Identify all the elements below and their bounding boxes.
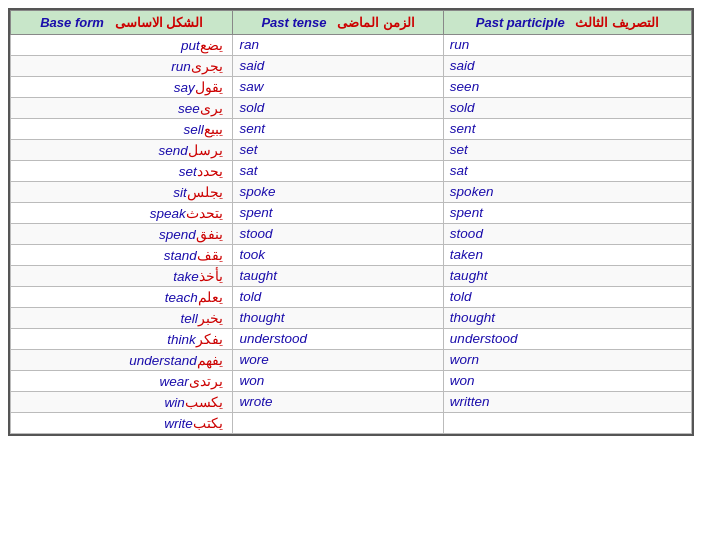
past-cell: spoke [233,182,443,203]
past-cell: sent [233,119,443,140]
pp-cell: sat [443,161,691,182]
table-row: think يفكرunderstoodunderstood [11,329,692,350]
past-cell: told [233,287,443,308]
base-cell: understand يفهم [11,350,233,371]
header-pp-ar: التصريف الثالث [575,15,659,30]
header-base-ar: الشكل الاساسى [115,15,204,30]
base-english: see [178,101,200,116]
base-cell: send يرسل [11,140,233,161]
table-row: stand يقفtooktaken [11,245,692,266]
past-cell: sold [233,98,443,119]
base-cell: write يكتب [11,413,233,434]
pp-cell: run [443,35,691,56]
base-english: put [181,38,200,53]
base-cell: run يجرى [11,56,233,77]
past-cell: taught [233,266,443,287]
base-cell: take يأخذ [11,266,233,287]
header-past-ar: الزمن الماضى [337,15,415,30]
base-english: send [158,143,187,158]
pp-cell: taken [443,245,691,266]
pp-cell: said [443,56,691,77]
table-row: run يجرىsaidsaid [11,56,692,77]
past-cell: took [233,245,443,266]
base-english: write [164,416,193,431]
table-row: win يكسبwrotewritten [11,392,692,413]
pp-cell: spoken [443,182,691,203]
base-arabic: يجلس [187,185,227,200]
past-cell: stood [233,224,443,245]
verb-table: Base form الشكل الاساسى Past tense الزمن… [8,8,694,436]
base-english: win [164,395,184,410]
base-cell: speak يتحدث [11,203,233,224]
table-row: sell يبيعsentsent [11,119,692,140]
past-cell: sat [233,161,443,182]
base-english: sell [183,122,203,137]
table-row: put يضعranrun [11,35,692,56]
base-arabic: يعلم [198,290,227,305]
base-english: speak [150,206,186,221]
base-arabic: يقول [195,80,227,95]
table-row: set يحددsatsat [11,161,692,182]
base-arabic: يبيع [204,122,227,137]
base-english: spend [159,227,196,242]
pp-cell: worn [443,350,691,371]
table-row: take يأخذtaughttaught [11,266,692,287]
base-english: sit [173,185,187,200]
base-cell: think يفكر [11,329,233,350]
table-row: understand يفهمworeworn [11,350,692,371]
table-row: wear يرتدىwonwon [11,371,692,392]
table-row: sit يجلسspokespoken [11,182,692,203]
base-english: stand [164,248,197,263]
pp-cell: spent [443,203,691,224]
header-past-en: Past tense [261,15,326,30]
base-arabic: ينفق [196,227,227,242]
pp-cell: written [443,392,691,413]
base-english: understand [129,353,197,368]
past-cell: saw [233,77,443,98]
base-cell: tell يخبر [11,308,233,329]
base-arabic: يفهم [197,353,227,368]
base-cell: wear يرتدى [11,371,233,392]
pp-cell [443,413,691,434]
base-arabic: يرتدى [189,374,227,389]
pp-cell: seen [443,77,691,98]
pp-cell: sent [443,119,691,140]
base-english: think [167,332,196,347]
base-arabic: يرسل [188,143,227,158]
past-cell: thought [233,308,443,329]
base-english: say [174,80,195,95]
base-cell: spend ينفق [11,224,233,245]
pp-cell: set [443,140,691,161]
base-arabic: يضع [200,38,227,53]
base-arabic: يقف [197,248,227,263]
base-english: wear [159,374,188,389]
table-row: spend ينفقstoodstood [11,224,692,245]
table-row: tell يخبرthoughtthought [11,308,692,329]
table-row: speak يتحدثspentspent [11,203,692,224]
header-past: Past tense الزمن الماضى [233,11,443,35]
pp-cell: understood [443,329,691,350]
base-cell: say يقول [11,77,233,98]
past-cell: won [233,371,443,392]
base-arabic: يكسب [185,395,227,410]
base-cell: win يكسب [11,392,233,413]
table-row: teach يعلمtoldtold [11,287,692,308]
base-cell: sell يبيع [11,119,233,140]
header-base-en: Base form [40,15,104,30]
base-arabic: يجرى [191,59,227,74]
base-arabic: يرى [200,101,227,116]
header-pp: Past participle التصريف الثالث [443,11,691,35]
base-english: teach [165,290,198,305]
base-arabic: يأخذ [199,269,227,284]
base-english: run [171,59,191,74]
table-row: send يرسلsetset [11,140,692,161]
base-arabic: يخبر [198,311,227,326]
header-pp-en: Past participle [476,15,565,30]
base-english: take [173,269,199,284]
base-arabic: يكتب [193,416,227,431]
table-row: see يرىsoldsold [11,98,692,119]
pp-cell: stood [443,224,691,245]
base-arabic: يفكر [196,332,227,347]
pp-cell: won [443,371,691,392]
base-cell: set يحدد [11,161,233,182]
